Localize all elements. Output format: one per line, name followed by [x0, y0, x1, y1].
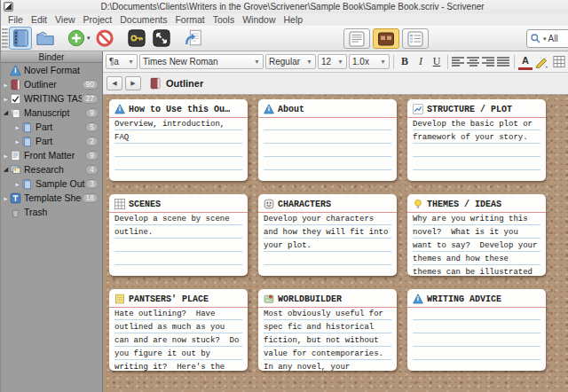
binder-item-novel-format[interactable]: Novel Format [1, 63, 102, 77]
document-view-button[interactable] [343, 28, 370, 49]
disclosure-collapsed[interactable]: ▶ [13, 124, 21, 130]
binder-item-template-sheets[interactable]: ▶ Template Sheets 18 [1, 191, 102, 205]
highlight-pencil-button[interactable] [534, 56, 549, 68]
binder-item-outliner[interactable]: ▶ Outliner 90 [1, 77, 102, 91]
index-card-pantsers-place[interactable]: PANTSERS' PLACE Hate outlining? Have out… [109, 289, 248, 371]
align-right-button[interactable] [482, 57, 495, 67]
compose-mode-button[interactable] [150, 27, 173, 50]
disclosure-collapsed[interactable]: ▶ [2, 195, 10, 201]
scrivener-app-icon [4, 2, 13, 12]
card-synopsis [413, 308, 540, 371]
index-card-characters[interactable]: CHARACTERS Develop your characters and h… [258, 194, 397, 276]
blue-pages-icon [21, 178, 33, 190]
menu-tools[interactable]: Tools [213, 14, 235, 25]
binder-item-label: Manuscript [24, 107, 85, 118]
card-synopsis: Develop the basic plot or framework of y… [413, 118, 540, 181]
outliner-view-button[interactable] [402, 28, 429, 49]
index-card-worldbuilder[interactable]: WORLDBUILDER Most obviously useful for s… [258, 289, 397, 371]
disclosure-expanded[interactable]: ◢ [2, 166, 10, 173]
checkbox-icon [10, 93, 21, 105]
view-mode-group [343, 28, 429, 49]
binder-item-label: Novel Format [24, 65, 102, 75]
editor-column: ¶a▼ Times New Roman▼ Regular▼ 12▼ 1.0x▼ … [103, 51, 568, 392]
card-synopsis: Develop a scene by scene outline. [114, 213, 242, 276]
card-title: PANTSERS' PLACE [129, 294, 209, 304]
binder-item-front-matter[interactable]: ▶ Front Matter 9 [1, 148, 102, 162]
nav-forward-button[interactable]: ▶ [125, 76, 141, 90]
menu-edit[interactable]: Edit [31, 14, 47, 25]
align-left-button[interactable] [452, 57, 465, 67]
blue-pages-icon [21, 136, 33, 147]
binder-item-writing-tasks[interactable]: ▶ WRITING TASK… 27 [1, 91, 102, 106]
index-card-how-to-use[interactable]: How to Use this Ou… Overview, introducti… [109, 99, 248, 181]
index-card-about[interactable]: About [258, 99, 397, 181]
compile-button[interactable] [182, 27, 205, 50]
disclosure-expanded[interactable]: ◢ [2, 109, 10, 116]
research-photos-icon [10, 164, 21, 176]
title-bar[interactable]: D:\Documents\Clients\Writers in the Grov… [1, 0, 568, 13]
document-header-bar: ◀ ▶ Outliner [103, 73, 568, 95]
menu-help[interactable]: Help [284, 14, 304, 25]
toolbar-grip[interactable] [2, 27, 8, 49]
character-mask-icon [264, 199, 274, 209]
menu-project[interactable]: Project [83, 14, 113, 25]
menu-format[interactable]: Format [175, 14, 204, 25]
bold-button[interactable]: B [398, 54, 412, 70]
index-card-scenes[interactable]: SCENES Develop a scene by scene outline. [109, 194, 248, 276]
menu-documents[interactable]: Documents [120, 14, 167, 25]
style-select[interactable]: ¶a▼ [106, 54, 138, 69]
disclosure-collapsed[interactable]: ▶ [2, 82, 10, 88]
disclosure-collapsed[interactable]: ▶ [2, 96, 10, 102]
document-folder-icon [10, 150, 21, 161]
keywords-button[interactable] [125, 27, 148, 50]
collections-button[interactable] [34, 27, 57, 50]
outliner-book-icon [149, 77, 162, 90]
menu-file[interactable]: File [8, 14, 23, 25]
index-card-themes-ideas[interactable]: THEMES / IDEAS Why are you writing this … [407, 194, 546, 276]
font-size-select[interactable]: 12▼ [318, 54, 347, 69]
count-badge: 5 [85, 122, 99, 132]
font-weight-select[interactable]: Regular▼ [265, 54, 316, 69]
index-card-structure-plot[interactable]: STRUCTURE / PLOT Develop the basic plot … [407, 99, 546, 181]
document-view-icon [348, 31, 366, 47]
corkboard[interactable]: How to Use this Ou… Overview, introducti… [103, 95, 568, 392]
add-item-button[interactable]: ▾ [66, 27, 91, 50]
card-synopsis: Most obviously useful for spec fic and h… [264, 308, 391, 371]
binder-item-part-2[interactable]: ▶ Part 2 [1, 134, 102, 148]
folder-icon [36, 28, 55, 48]
search-box[interactable]: ▾ All [526, 29, 568, 48]
index-card-writing-advice[interactable]: WRITING ADVICE [407, 289, 546, 371]
disclosure-collapsed[interactable]: ▶ [2, 153, 10, 159]
add-dropdown-caret[interactable]: ▾ [87, 35, 91, 42]
binder-item-sample-output[interactable]: ▶ Sample Output 3 [1, 176, 102, 191]
binder-item-research[interactable]: ◢ Research 4 [1, 162, 102, 176]
text-color-button[interactable]: A [518, 54, 532, 70]
binder-item-part-1[interactable]: ▶ Part 5 [1, 120, 102, 134]
binder-sidebar: Binder Novel Format ▶ Outliner 90 ▶ WRIT… [1, 51, 103, 392]
binder-item-manuscript[interactable]: ◢ Manuscript 9 [1, 106, 102, 120]
search-scope-label: All [548, 34, 558, 43]
compile-page-arrow-icon [184, 28, 203, 48]
align-justify-button[interactable] [497, 57, 510, 67]
corkboard-view-button[interactable] [373, 28, 399, 49]
no-entry-icon [95, 28, 114, 48]
menu-view[interactable]: View [55, 14, 75, 25]
menu-window[interactable]: Window [242, 14, 275, 25]
disclosure-collapsed[interactable]: ▶ [13, 138, 21, 145]
align-center-button[interactable] [467, 57, 480, 67]
nav-back-button[interactable]: ◀ [106, 76, 122, 90]
italic-button[interactable]: I [414, 54, 428, 70]
binder-notebook-icon [11, 28, 30, 48]
table-grid-button[interactable] [553, 56, 565, 67]
card-title: SCENES [129, 200, 161, 209]
info-triangle-icon [114, 104, 125, 114]
underline-button[interactable]: U [430, 54, 444, 70]
font-select[interactable]: Times New Roman▼ [139, 54, 264, 69]
binder-item-trash[interactable]: Trash [1, 205, 102, 219]
line-spacing-select[interactable]: 1.0x▼ [349, 54, 390, 69]
remove-item-button[interactable] [93, 27, 116, 50]
search-scope-caret[interactable]: ▾ [543, 35, 547, 43]
disclosure-collapsed[interactable]: ▶ [13, 181, 21, 187]
binder-toggle-button[interactable] [9, 27, 32, 50]
document-title[interactable]: Outliner [166, 78, 203, 89]
